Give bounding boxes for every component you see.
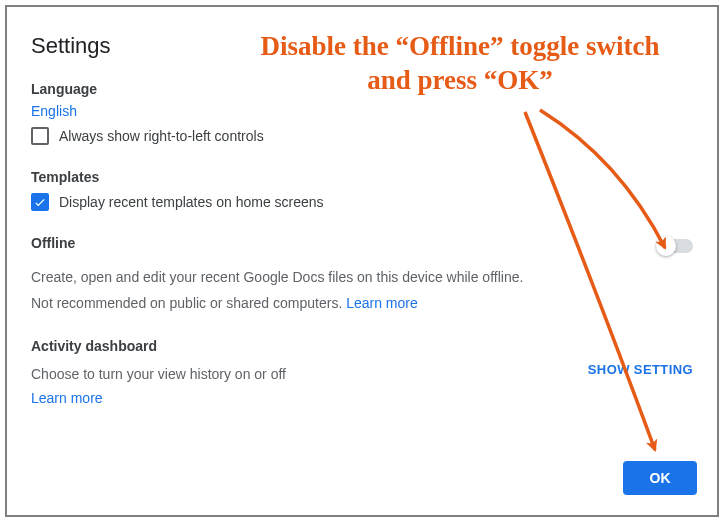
templates-checkbox-label: Display recent templates on home screens [59,194,324,210]
templates-checkbox[interactable] [31,193,49,211]
offline-description: Create, open and edit your recent Google… [31,267,693,287]
dialog-title: Settings [31,33,693,59]
offline-section: Offline Create, open and edit your recen… [31,235,693,314]
toggle-knob [656,236,676,256]
offline-warning: Not recommended on public or shared comp… [31,295,346,311]
rtl-checkbox-label: Always show right-to-left controls [59,128,264,144]
templates-section: Templates Display recent templates on ho… [31,169,693,211]
language-heading: Language [31,81,693,97]
offline-heading: Offline [31,235,75,251]
activity-heading: Activity dashboard [31,338,693,354]
offline-learn-more-link[interactable]: Learn more [346,295,418,311]
activity-description: Choose to turn your view history on or o… [31,364,286,384]
settings-dialog: Settings Language English Always show ri… [5,5,719,517]
offline-warning-line: Not recommended on public or shared comp… [31,293,693,313]
activity-section: Activity dashboard Choose to turn your v… [31,338,693,406]
ok-button[interactable]: OK [623,461,697,495]
activity-learn-more-link[interactable]: Learn more [31,390,286,406]
language-section: Language English Always show right-to-le… [31,81,693,145]
language-value-link[interactable]: English [31,103,693,119]
offline-toggle[interactable] [659,239,693,253]
show-setting-button[interactable]: SHOW SETTING [588,360,693,377]
templates-heading: Templates [31,169,693,185]
rtl-checkbox[interactable] [31,127,49,145]
check-icon [33,195,47,209]
